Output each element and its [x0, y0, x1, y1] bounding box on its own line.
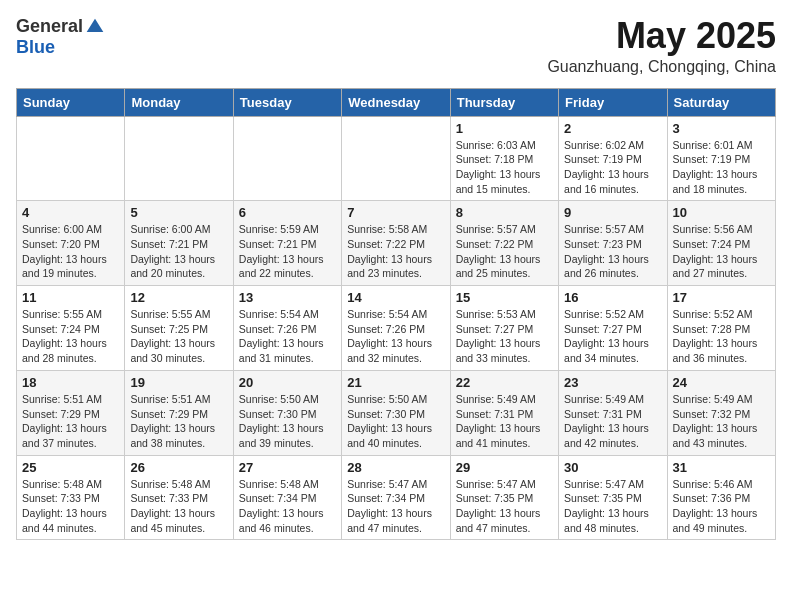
weekday-header-thursday: Thursday [450, 88, 558, 116]
day-info: Sunrise: 6:00 AM Sunset: 7:20 PM Dayligh… [22, 222, 119, 281]
day-info: Sunrise: 5:54 AM Sunset: 7:26 PM Dayligh… [239, 307, 336, 366]
day-number: 6 [239, 205, 336, 220]
title-section: May 2025 Guanzhuang, Chongqing, China [547, 16, 776, 76]
calendar-cell: 25Sunrise: 5:48 AM Sunset: 7:33 PM Dayli… [17, 455, 125, 540]
day-number: 4 [22, 205, 119, 220]
calendar-row-1: 4Sunrise: 6:00 AM Sunset: 7:20 PM Daylig… [17, 201, 776, 286]
calendar-cell: 13Sunrise: 5:54 AM Sunset: 7:26 PM Dayli… [233, 286, 341, 371]
day-number: 31 [673, 460, 770, 475]
day-info: Sunrise: 5:52 AM Sunset: 7:27 PM Dayligh… [564, 307, 661, 366]
day-info: Sunrise: 5:56 AM Sunset: 7:24 PM Dayligh… [673, 222, 770, 281]
day-info: Sunrise: 5:50 AM Sunset: 7:30 PM Dayligh… [239, 392, 336, 451]
day-number: 26 [130, 460, 227, 475]
day-info: Sunrise: 5:51 AM Sunset: 7:29 PM Dayligh… [130, 392, 227, 451]
svg-marker-0 [87, 18, 104, 31]
calendar-cell: 30Sunrise: 5:47 AM Sunset: 7:35 PM Dayli… [559, 455, 667, 540]
calendar-table: SundayMondayTuesdayWednesdayThursdayFrid… [16, 88, 776, 541]
day-number: 11 [22, 290, 119, 305]
calendar-cell: 26Sunrise: 5:48 AM Sunset: 7:33 PM Dayli… [125, 455, 233, 540]
weekday-header-row: SundayMondayTuesdayWednesdayThursdayFrid… [17, 88, 776, 116]
calendar-cell: 17Sunrise: 5:52 AM Sunset: 7:28 PM Dayli… [667, 286, 775, 371]
day-number: 1 [456, 121, 553, 136]
calendar-cell [233, 116, 341, 201]
calendar-cell: 7Sunrise: 5:58 AM Sunset: 7:22 PM Daylig… [342, 201, 450, 286]
day-info: Sunrise: 5:52 AM Sunset: 7:28 PM Dayligh… [673, 307, 770, 366]
day-number: 22 [456, 375, 553, 390]
day-number: 24 [673, 375, 770, 390]
location-title: Guanzhuang, Chongqing, China [547, 58, 776, 76]
calendar-cell: 1Sunrise: 6:03 AM Sunset: 7:18 PM Daylig… [450, 116, 558, 201]
calendar-cell: 29Sunrise: 5:47 AM Sunset: 7:35 PM Dayli… [450, 455, 558, 540]
day-number: 18 [22, 375, 119, 390]
day-number: 13 [239, 290, 336, 305]
day-number: 28 [347, 460, 444, 475]
calendar-cell: 31Sunrise: 5:46 AM Sunset: 7:36 PM Dayli… [667, 455, 775, 540]
calendar-row-2: 11Sunrise: 5:55 AM Sunset: 7:24 PM Dayli… [17, 286, 776, 371]
day-number: 29 [456, 460, 553, 475]
day-info: Sunrise: 6:03 AM Sunset: 7:18 PM Dayligh… [456, 138, 553, 197]
day-info: Sunrise: 6:02 AM Sunset: 7:19 PM Dayligh… [564, 138, 661, 197]
day-number: 8 [456, 205, 553, 220]
calendar-cell: 9Sunrise: 5:57 AM Sunset: 7:23 PM Daylig… [559, 201, 667, 286]
day-info: Sunrise: 5:48 AM Sunset: 7:33 PM Dayligh… [130, 477, 227, 536]
day-number: 10 [673, 205, 770, 220]
calendar-cell: 23Sunrise: 5:49 AM Sunset: 7:31 PM Dayli… [559, 370, 667, 455]
day-info: Sunrise: 5:49 AM Sunset: 7:31 PM Dayligh… [456, 392, 553, 451]
day-number: 20 [239, 375, 336, 390]
day-info: Sunrise: 6:01 AM Sunset: 7:19 PM Dayligh… [673, 138, 770, 197]
calendar-row-0: 1Sunrise: 6:03 AM Sunset: 7:18 PM Daylig… [17, 116, 776, 201]
calendar-cell: 20Sunrise: 5:50 AM Sunset: 7:30 PM Dayli… [233, 370, 341, 455]
day-info: Sunrise: 5:57 AM Sunset: 7:22 PM Dayligh… [456, 222, 553, 281]
logo: General Blue [16, 16, 105, 58]
day-info: Sunrise: 5:51 AM Sunset: 7:29 PM Dayligh… [22, 392, 119, 451]
calendar-cell: 8Sunrise: 5:57 AM Sunset: 7:22 PM Daylig… [450, 201, 558, 286]
calendar-cell [17, 116, 125, 201]
day-number: 12 [130, 290, 227, 305]
calendar-cell: 3Sunrise: 6:01 AM Sunset: 7:19 PM Daylig… [667, 116, 775, 201]
calendar-cell: 24Sunrise: 5:49 AM Sunset: 7:32 PM Dayli… [667, 370, 775, 455]
logo-blue-text: Blue [16, 37, 55, 58]
day-info: Sunrise: 5:48 AM Sunset: 7:34 PM Dayligh… [239, 477, 336, 536]
calendar-row-3: 18Sunrise: 5:51 AM Sunset: 7:29 PM Dayli… [17, 370, 776, 455]
day-number: 21 [347, 375, 444, 390]
calendar-cell: 11Sunrise: 5:55 AM Sunset: 7:24 PM Dayli… [17, 286, 125, 371]
day-info: Sunrise: 5:57 AM Sunset: 7:23 PM Dayligh… [564, 222, 661, 281]
calendar-cell: 18Sunrise: 5:51 AM Sunset: 7:29 PM Dayli… [17, 370, 125, 455]
weekday-header-saturday: Saturday [667, 88, 775, 116]
calendar-cell [342, 116, 450, 201]
calendar-cell: 5Sunrise: 6:00 AM Sunset: 7:21 PM Daylig… [125, 201, 233, 286]
day-info: Sunrise: 5:50 AM Sunset: 7:30 PM Dayligh… [347, 392, 444, 451]
day-info: Sunrise: 5:58 AM Sunset: 7:22 PM Dayligh… [347, 222, 444, 281]
weekday-header-friday: Friday [559, 88, 667, 116]
day-info: Sunrise: 5:47 AM Sunset: 7:34 PM Dayligh… [347, 477, 444, 536]
weekday-header-sunday: Sunday [17, 88, 125, 116]
day-number: 7 [347, 205, 444, 220]
day-info: Sunrise: 5:55 AM Sunset: 7:24 PM Dayligh… [22, 307, 119, 366]
calendar-cell [125, 116, 233, 201]
day-number: 17 [673, 290, 770, 305]
day-info: Sunrise: 5:48 AM Sunset: 7:33 PM Dayligh… [22, 477, 119, 536]
logo-icon [85, 17, 105, 37]
month-title: May 2025 [547, 16, 776, 56]
day-number: 15 [456, 290, 553, 305]
logo-general-text: General [16, 16, 83, 37]
day-info: Sunrise: 5:49 AM Sunset: 7:31 PM Dayligh… [564, 392, 661, 451]
calendar-cell: 2Sunrise: 6:02 AM Sunset: 7:19 PM Daylig… [559, 116, 667, 201]
calendar-cell: 12Sunrise: 5:55 AM Sunset: 7:25 PM Dayli… [125, 286, 233, 371]
day-info: Sunrise: 5:55 AM Sunset: 7:25 PM Dayligh… [130, 307, 227, 366]
day-info: Sunrise: 5:54 AM Sunset: 7:26 PM Dayligh… [347, 307, 444, 366]
day-info: Sunrise: 5:47 AM Sunset: 7:35 PM Dayligh… [564, 477, 661, 536]
day-number: 3 [673, 121, 770, 136]
calendar-cell: 4Sunrise: 6:00 AM Sunset: 7:20 PM Daylig… [17, 201, 125, 286]
day-number: 14 [347, 290, 444, 305]
day-number: 2 [564, 121, 661, 136]
day-info: Sunrise: 6:00 AM Sunset: 7:21 PM Dayligh… [130, 222, 227, 281]
day-number: 19 [130, 375, 227, 390]
calendar-cell: 10Sunrise: 5:56 AM Sunset: 7:24 PM Dayli… [667, 201, 775, 286]
calendar-cell: 21Sunrise: 5:50 AM Sunset: 7:30 PM Dayli… [342, 370, 450, 455]
calendar-row-4: 25Sunrise: 5:48 AM Sunset: 7:33 PM Dayli… [17, 455, 776, 540]
calendar-cell: 19Sunrise: 5:51 AM Sunset: 7:29 PM Dayli… [125, 370, 233, 455]
weekday-header-monday: Monday [125, 88, 233, 116]
day-number: 30 [564, 460, 661, 475]
calendar-cell: 16Sunrise: 5:52 AM Sunset: 7:27 PM Dayli… [559, 286, 667, 371]
